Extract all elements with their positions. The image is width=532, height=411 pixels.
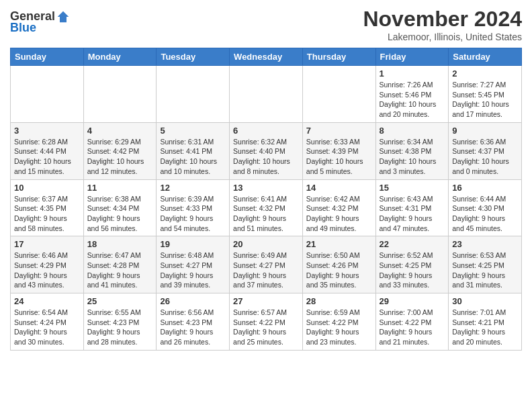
day-number: 14 xyxy=(306,183,372,193)
header: General Blue November 2024 Lakemoor, Ill… xyxy=(10,7,522,42)
day-number: 6 xyxy=(233,126,299,136)
calendar-week-1: 1Sunrise: 7:26 AM Sunset: 5:46 PM Daylig… xyxy=(11,66,522,123)
calendar-cell: 23Sunrise: 6:53 AM Sunset: 4:25 PM Dayli… xyxy=(449,236,522,293)
calendar-cell: 4Sunrise: 6:29 AM Sunset: 4:42 PM Daylig… xyxy=(83,122,157,179)
day-info: Sunrise: 6:47 AM Sunset: 4:28 PM Dayligh… xyxy=(87,250,153,290)
day-number: 18 xyxy=(87,239,153,249)
day-number: 8 xyxy=(380,126,445,136)
day-number: 22 xyxy=(380,239,445,249)
day-info: Sunrise: 6:29 AM Sunset: 4:42 PM Dayligh… xyxy=(87,137,153,177)
day-info: Sunrise: 6:42 AM Sunset: 4:32 PM Dayligh… xyxy=(306,194,372,234)
day-info: Sunrise: 6:28 AM Sunset: 4:44 PM Dayligh… xyxy=(14,137,80,177)
day-number: 19 xyxy=(160,239,226,249)
calendar-cell: 10Sunrise: 6:37 AM Sunset: 4:35 PM Dayli… xyxy=(11,179,84,236)
calendar-cell: 15Sunrise: 6:43 AM Sunset: 4:31 PM Dayli… xyxy=(375,179,449,236)
calendar-header-row: SundayMondayTuesdayWednesdayThursdayFrid… xyxy=(11,48,522,66)
weekday-header-thursday: Thursday xyxy=(302,48,375,66)
calendar-cell: 21Sunrise: 6:50 AM Sunset: 4:26 PM Dayli… xyxy=(302,236,375,293)
day-number: 30 xyxy=(452,296,518,306)
calendar-cell: 9Sunrise: 6:36 AM Sunset: 4:37 PM Daylig… xyxy=(449,122,522,179)
day-number: 25 xyxy=(87,296,153,306)
day-info: Sunrise: 6:34 AM Sunset: 4:38 PM Dayligh… xyxy=(380,137,445,177)
weekday-header-monday: Monday xyxy=(83,48,157,66)
day-number: 24 xyxy=(14,296,80,306)
calendar-cell: 24Sunrise: 6:54 AM Sunset: 4:24 PM Dayli… xyxy=(11,293,84,351)
day-info: Sunrise: 6:31 AM Sunset: 4:41 PM Dayligh… xyxy=(160,137,226,177)
day-info: Sunrise: 6:49 AM Sunset: 4:27 PM Dayligh… xyxy=(233,250,299,290)
calendar-cell xyxy=(157,66,230,123)
day-info: Sunrise: 7:01 AM Sunset: 4:21 PM Dayligh… xyxy=(452,308,518,347)
day-number: 11 xyxy=(87,183,153,193)
svg-marker-0 xyxy=(58,11,69,22)
calendar-cell: 18Sunrise: 6:47 AM Sunset: 4:28 PM Dayli… xyxy=(83,236,157,293)
day-number: 2 xyxy=(452,68,518,79)
day-info: Sunrise: 7:00 AM Sunset: 4:22 PM Dayligh… xyxy=(380,308,445,347)
calendar-cell: 12Sunrise: 6:39 AM Sunset: 4:33 PM Dayli… xyxy=(157,179,230,236)
day-info: Sunrise: 6:59 AM Sunset: 4:22 PM Dayligh… xyxy=(306,308,372,347)
calendar-cell: 19Sunrise: 6:48 AM Sunset: 4:27 PM Dayli… xyxy=(157,236,230,293)
calendar-cell: 22Sunrise: 6:52 AM Sunset: 4:25 PM Dayli… xyxy=(375,236,449,293)
day-info: Sunrise: 6:44 AM Sunset: 4:30 PM Dayligh… xyxy=(452,194,518,234)
month-title: November 2024 xyxy=(363,7,522,32)
day-number: 10 xyxy=(14,183,80,193)
day-info: Sunrise: 6:39 AM Sunset: 4:33 PM Dayligh… xyxy=(160,194,226,234)
day-number: 28 xyxy=(306,296,372,306)
calendar-cell xyxy=(302,66,375,123)
day-number: 23 xyxy=(452,239,518,249)
calendar-cell: 5Sunrise: 6:31 AM Sunset: 4:41 PM Daylig… xyxy=(157,122,230,179)
calendar-week-3: 10Sunrise: 6:37 AM Sunset: 4:35 PM Dayli… xyxy=(11,179,522,236)
day-info: Sunrise: 6:41 AM Sunset: 4:32 PM Dayligh… xyxy=(233,194,299,234)
logo: General Blue xyxy=(10,7,70,35)
day-info: Sunrise: 6:48 AM Sunset: 4:27 PM Dayligh… xyxy=(160,250,226,290)
calendar-cell: 26Sunrise: 6:56 AM Sunset: 4:23 PM Dayli… xyxy=(157,293,230,351)
calendar-cell: 3Sunrise: 6:28 AM Sunset: 4:44 PM Daylig… xyxy=(11,122,84,179)
weekday-header-friday: Friday xyxy=(375,48,449,66)
day-info: Sunrise: 7:26 AM Sunset: 5:46 PM Dayligh… xyxy=(380,80,445,120)
calendar-week-2: 3Sunrise: 6:28 AM Sunset: 4:44 PM Daylig… xyxy=(11,122,522,179)
calendar-cell: 11Sunrise: 6:38 AM Sunset: 4:34 PM Dayli… xyxy=(83,179,157,236)
calendar-cell: 30Sunrise: 7:01 AM Sunset: 4:21 PM Dayli… xyxy=(449,293,522,351)
day-number: 29 xyxy=(380,296,445,306)
logo-blue-text: Blue xyxy=(10,21,36,35)
weekday-header-tuesday: Tuesday xyxy=(157,48,230,66)
calendar-cell: 2Sunrise: 7:27 AM Sunset: 5:45 PM Daylig… xyxy=(449,66,522,123)
day-info: Sunrise: 7:27 AM Sunset: 5:45 PM Dayligh… xyxy=(452,80,518,120)
calendar-cell: 27Sunrise: 6:57 AM Sunset: 4:22 PM Dayli… xyxy=(230,293,303,351)
calendar-cell: 29Sunrise: 7:00 AM Sunset: 4:22 PM Dayli… xyxy=(375,293,449,351)
day-number: 16 xyxy=(452,183,518,193)
day-number: 27 xyxy=(233,296,299,306)
day-info: Sunrise: 6:37 AM Sunset: 4:35 PM Dayligh… xyxy=(14,194,80,234)
calendar-cell: 8Sunrise: 6:34 AM Sunset: 4:38 PM Daylig… xyxy=(375,122,449,179)
day-info: Sunrise: 6:50 AM Sunset: 4:26 PM Dayligh… xyxy=(306,250,372,290)
weekday-header-saturday: Saturday xyxy=(449,48,522,66)
page: General Blue November 2024 Lakemoor, Ill… xyxy=(0,0,532,361)
location: Lakemoor, Illinois, United States xyxy=(363,32,522,42)
calendar-cell xyxy=(11,66,84,123)
calendar-cell: 17Sunrise: 6:46 AM Sunset: 4:29 PM Dayli… xyxy=(11,236,84,293)
day-info: Sunrise: 6:55 AM Sunset: 4:23 PM Dayligh… xyxy=(87,308,153,347)
day-number: 15 xyxy=(380,183,445,193)
day-info: Sunrise: 6:33 AM Sunset: 4:39 PM Dayligh… xyxy=(306,137,372,177)
day-info: Sunrise: 6:36 AM Sunset: 4:37 PM Dayligh… xyxy=(452,137,518,177)
day-number: 12 xyxy=(160,183,226,193)
day-number: 3 xyxy=(14,126,80,136)
day-number: 17 xyxy=(14,239,80,249)
day-number: 4 xyxy=(87,126,153,136)
calendar-cell: 14Sunrise: 6:42 AM Sunset: 4:32 PM Dayli… xyxy=(302,179,375,236)
day-info: Sunrise: 6:43 AM Sunset: 4:31 PM Dayligh… xyxy=(380,194,445,234)
calendar-cell: 20Sunrise: 6:49 AM Sunset: 4:27 PM Dayli… xyxy=(230,236,303,293)
calendar-cell: 1Sunrise: 7:26 AM Sunset: 5:46 PM Daylig… xyxy=(375,66,449,123)
day-info: Sunrise: 6:52 AM Sunset: 4:25 PM Dayligh… xyxy=(380,250,445,290)
calendar-cell: 13Sunrise: 6:41 AM Sunset: 4:32 PM Dayli… xyxy=(230,179,303,236)
day-number: 9 xyxy=(452,126,518,136)
day-number: 20 xyxy=(233,239,299,249)
day-info: Sunrise: 6:57 AM Sunset: 4:22 PM Dayligh… xyxy=(233,308,299,347)
calendar-cell: 16Sunrise: 6:44 AM Sunset: 4:30 PM Dayli… xyxy=(449,179,522,236)
calendar-cell: 7Sunrise: 6:33 AM Sunset: 4:39 PM Daylig… xyxy=(302,122,375,179)
weekday-header-wednesday: Wednesday xyxy=(230,48,303,66)
calendar-cell: 28Sunrise: 6:59 AM Sunset: 4:22 PM Dayli… xyxy=(302,293,375,351)
calendar-week-4: 17Sunrise: 6:46 AM Sunset: 4:29 PM Dayli… xyxy=(11,236,522,293)
calendar: SundayMondayTuesdayWednesdayThursdayFrid… xyxy=(10,48,522,351)
title-block: November 2024 Lakemoor, Illinois, United… xyxy=(363,7,522,42)
calendar-cell xyxy=(230,66,303,123)
